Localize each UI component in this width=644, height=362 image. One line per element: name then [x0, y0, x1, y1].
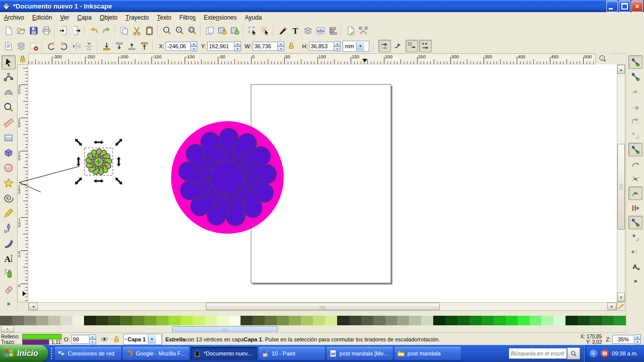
palette-swatch[interactable] [457, 316, 469, 325]
palette-swatch[interactable] [277, 316, 289, 325]
palette-swatch[interactable] [614, 316, 626, 325]
palette-swatch[interactable] [108, 316, 120, 325]
menu-trayecto[interactable]: Trayecto [122, 13, 153, 22]
scroll-up-arrow[interactable]: ▲ [617, 65, 625, 74]
opacity-field[interactable] [71, 335, 90, 344]
x-field[interactable] [166, 42, 191, 51]
scroll-right-arrow[interactable]: ► [607, 303, 616, 310]
hide-icons-chevron[interactable]: ‹ [590, 349, 598, 357]
menu-objeto[interactable]: Objeto [96, 13, 121, 22]
select-all-layers-button[interactable] [15, 40, 27, 52]
print-document-button[interactable] [40, 25, 52, 37]
menu-texto[interactable]: Texto [153, 13, 176, 22]
zoom-to-drawing-button[interactable] [173, 25, 186, 37]
palette-swatch[interactable] [12, 316, 24, 325]
palette-swatch[interactable] [205, 316, 217, 325]
palette-swatch[interactable] [72, 316, 85, 325]
menu-ver[interactable]: Ver [56, 13, 73, 22]
deselect-button[interactable] [27, 40, 40, 52]
lower-one-step-button[interactable] [113, 40, 125, 52]
select-all-button[interactable] [2, 40, 15, 52]
taskbar-button-post-mandala[interactable]: post mandala [394, 347, 461, 360]
copy-button[interactable] [118, 25, 130, 37]
h-field[interactable] [309, 42, 334, 51]
palette-swatch[interactable] [541, 316, 553, 325]
menu-edicion[interactable]: Edición [28, 13, 56, 22]
palette-swatch[interactable] [421, 316, 433, 325]
palette-swatch[interactable] [120, 316, 132, 325]
xml-editor-button[interactable]: </> [314, 25, 327, 37]
group-button[interactable] [216, 25, 228, 37]
palette-scrollbar[interactable]: ‹ |||| › [0, 325, 644, 332]
vertical-ruler[interactable]: 300250200150100500 [17, 64, 28, 302]
palette-swatch[interactable] [96, 316, 108, 325]
palette-swatch[interactable] [156, 316, 169, 325]
flip-vertical-button[interactable] [83, 40, 95, 52]
layer-visibility-icon[interactable] [98, 334, 111, 344]
flip-horizontal-button[interactable] [70, 40, 83, 52]
palette-swatch[interactable] [397, 316, 409, 325]
zoom-tool[interactable] [2, 101, 16, 115]
palette-swatch[interactable] [36, 316, 48, 325]
snap-nodes-button[interactable] [628, 143, 642, 156]
measure-tool[interactable] [2, 116, 16, 130]
redo-button[interactable] [100, 25, 113, 37]
palette-swatch[interactable] [24, 316, 36, 325]
master-snap-toggle-button[interactable] [628, 55, 642, 69]
lower-to-bottom-button[interactable] [100, 40, 113, 52]
palette-swatch[interactable] [566, 316, 578, 325]
start-button[interactable]: Inicio [0, 345, 48, 362]
palette-swatch[interactable] [144, 316, 156, 325]
inkscape-preferences-button[interactable] [357, 25, 369, 37]
w-field[interactable] [253, 42, 278, 51]
palette-swatch[interactable] [494, 316, 506, 325]
palette-swatch[interactable] [60, 316, 72, 325]
palette-swatch[interactable] [301, 316, 313, 325]
search-input[interactable] [509, 348, 567, 359]
layer-dropdown[interactable]: ▪ Capa 1 ▼ [123, 334, 162, 345]
palette-swatch[interactable] [506, 316, 518, 325]
ungroup-button[interactable] [228, 25, 241, 37]
palette-swatch[interactable] [518, 316, 530, 325]
box3d-tool[interactable] [2, 146, 16, 160]
palette-swatch[interactable] [590, 316, 602, 325]
pencil-tool[interactable] [2, 206, 16, 220]
pen-tool[interactable] [2, 221, 16, 235]
palette-swatch[interactable] [313, 316, 325, 325]
palette-swatch[interactable] [169, 316, 181, 325]
zoom-indicator-icon[interactable] [596, 53, 610, 64]
new-document-button[interactable] [2, 25, 15, 37]
palette-swatch[interactable] [530, 316, 542, 325]
palette-swatch[interactable] [217, 316, 229, 325]
taskbar-button-post-mandala-mod[interactable]: Wpost mandala [Mod... [327, 347, 393, 360]
taskbar-button-documento-nuev[interactable]: *Documento nuev... [191, 347, 257, 360]
minimize-button[interactable] [606, 1, 618, 12]
palette-swatch[interactable] [553, 316, 566, 325]
snap-path-intersections-button[interactable] [628, 172, 642, 186]
palette-swatch[interactable] [409, 316, 421, 325]
y-field[interactable] [207, 42, 234, 51]
maximize-button[interactable] [619, 1, 630, 12]
close-button[interactable]: × [631, 1, 643, 12]
snap-bbox-edges-button[interactable] [628, 84, 642, 98]
text-tool[interactable]: A [2, 251, 16, 265]
document-properties-button[interactable] [344, 25, 357, 37]
palette-swatch[interactable] [481, 316, 494, 325]
tray-m-icon[interactable]: M [601, 349, 609, 357]
fill-swatch[interactable] [22, 334, 61, 339]
x-spinner[interactable]: ▲▼ [191, 41, 197, 51]
palette-swatch[interactable] [433, 316, 445, 325]
affect-move-1-button[interactable] [378, 40, 391, 52]
vertical-scroll-thumb[interactable]: |||| [617, 144, 625, 230]
raise-to-top-button[interactable] [138, 40, 150, 52]
layer-lock-icon[interactable] [111, 334, 122, 344]
zoom-to-selection-button[interactable] [160, 25, 173, 37]
y-spinner[interactable]: ▲▼ [234, 41, 241, 51]
horizontal-ruler[interactable]: -300-250-200-150-100-5005010015020025030… [28, 53, 596, 64]
palette-swatch[interactable] [253, 316, 265, 325]
palette-swatch[interactable] [361, 316, 373, 325]
menu-filtros[interactable]: Filtros [175, 13, 200, 22]
tweak-tool[interactable] [2, 85, 16, 100]
palette-swatch[interactable] [229, 316, 241, 325]
palette-swatch[interactable] [48, 316, 60, 325]
